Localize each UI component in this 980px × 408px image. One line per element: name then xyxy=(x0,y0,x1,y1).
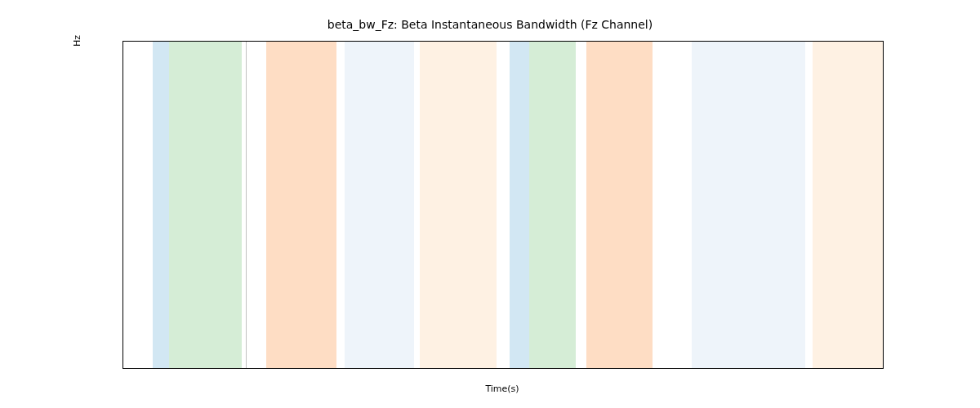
background-band xyxy=(692,42,804,368)
background-band xyxy=(813,42,883,368)
background-band xyxy=(586,42,653,368)
background-band xyxy=(529,42,575,368)
x-axis-label: Time(s) xyxy=(122,384,882,394)
background-band xyxy=(420,42,497,368)
y-axis-label: Hz xyxy=(72,0,399,204)
background-band xyxy=(510,42,529,368)
figure: beta_bw_Fz: Beta Instantaneous Bandwidth… xyxy=(0,0,980,408)
